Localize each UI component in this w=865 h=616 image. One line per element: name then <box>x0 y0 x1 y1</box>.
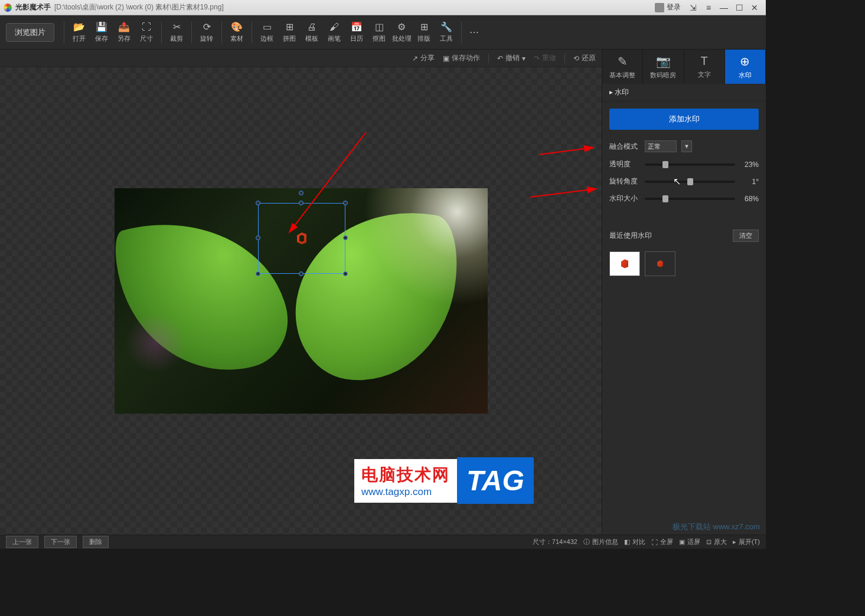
panel-header: 水印 <box>615 88 629 96</box>
darkroom-icon: 📷 <box>656 54 671 68</box>
resize-handle-bl[interactable] <box>256 271 260 276</box>
rotate-handle[interactable] <box>299 191 303 195</box>
fullscreen-button[interactable]: ⛶ 全屏 <box>651 538 673 546</box>
tool-border[interactable]: ▭边框 <box>256 22 278 43</box>
cutout-icon: ◫ <box>374 22 384 32</box>
expand-button[interactable]: ▸ 展开(T) <box>733 538 760 546</box>
blend-mode-dropdown-icon[interactable]: ▼ <box>681 140 692 152</box>
login-button[interactable]: 登录 <box>650 2 686 12</box>
tool-collage[interactable]: ⊞拼图 <box>278 22 301 43</box>
tool-size[interactable]: ⛶尺寸 <box>135 22 158 43</box>
tool-brush[interactable]: 🖌画笔 <box>323 22 345 43</box>
resize-handle-bm[interactable] <box>299 271 303 276</box>
site-watermark-overlay: 电脑技术网 www.tagxp.com TAG <box>354 457 534 504</box>
close-button[interactable]: ✕ <box>747 2 762 14</box>
minimize-button[interactable]: — <box>716 2 732 14</box>
watermark-icon: ⊕ <box>740 54 750 68</box>
dimensions-label: 尺寸：714×432 <box>533 538 577 546</box>
tool-template[interactable]: 🖨模板 <box>301 22 323 43</box>
resize-handle-ml[interactable] <box>256 235 260 240</box>
more-tools-button[interactable]: ⋯ <box>465 27 483 38</box>
tab-watermark[interactable]: ⊕水印 <box>725 50 766 84</box>
tool-rotate[interactable]: ⟳旋转 <box>195 22 218 43</box>
batch-icon: ⚙ <box>396 22 407 32</box>
opacity-label: 透明度 <box>609 159 640 169</box>
template-icon: 🖨 <box>306 22 317 32</box>
tools-icon: 🔧 <box>441 22 452 32</box>
tool-tools[interactable]: 🔧工具 <box>435 22 458 43</box>
tool-open[interactable]: 📂打开 <box>68 22 90 43</box>
avatar-icon <box>655 3 664 12</box>
maximize-button[interactable]: ☐ <box>732 2 747 14</box>
svg-line-2 <box>530 189 596 197</box>
size-slider[interactable] <box>645 198 735 200</box>
tab-text[interactable]: T文字 <box>684 50 725 84</box>
material-icon: 🎨 <box>231 22 242 32</box>
annotation-arrow-2 <box>534 144 599 160</box>
layout-icon: ⊞ <box>419 22 429 32</box>
basic-adjust-icon: ✎ <box>618 54 628 68</box>
recent-watermarks-label: 最近使用水印 <box>609 231 652 241</box>
restore-button[interactable]: ⟲ 还原 <box>573 53 596 63</box>
file-path: [D:\tools\桌面\work (2) \work (0) 素材\图片素材1… <box>54 2 224 12</box>
add-watermark-button[interactable]: 添加水印 <box>609 109 759 130</box>
size-icon: ⛶ <box>141 22 152 32</box>
tool-save[interactable]: 💾保存 <box>90 22 113 43</box>
photo <box>115 188 488 414</box>
recent-watermark-2[interactable] <box>645 251 675 276</box>
tab-darkroom[interactable]: 📷数码暗房 <box>643 50 684 84</box>
tool-save-as[interactable]: 📤另存 <box>113 22 135 43</box>
resize-handle-tr[interactable] <box>343 201 348 205</box>
app-logo-icon <box>4 4 12 12</box>
save-action-button[interactable]: ▣ 保存动作 <box>443 53 480 63</box>
crop-icon: ✂ <box>171 22 182 32</box>
pin-button[interactable]: ⇲ <box>686 2 701 14</box>
tool-layout[interactable]: ⊞排版 <box>413 22 435 43</box>
rotation-value: 1° <box>740 178 759 186</box>
size-value: 68% <box>740 195 759 203</box>
brush-icon: 🖌 <box>329 22 340 32</box>
redo-button[interactable]: ↷ 重做 <box>534 53 556 63</box>
blend-mode-select[interactable]: 正常 <box>645 140 677 152</box>
tool-material[interactable]: 🎨素材 <box>226 22 248 43</box>
resize-handle-br[interactable] <box>343 271 348 276</box>
open-icon: 📂 <box>74 22 84 32</box>
undo-button[interactable]: ↶ 撤销 ▾ <box>497 53 525 63</box>
tool-cutout[interactable]: ◫抠图 <box>368 22 390 43</box>
tool-crop[interactable]: ✂裁剪 <box>165 22 188 43</box>
save-as-icon: 📤 <box>119 22 129 32</box>
xz7-watermark: 极光下载站 www.xz7.com <box>673 522 760 532</box>
resize-handle-tm[interactable] <box>299 201 303 205</box>
collage-icon: ⊞ <box>284 22 295 32</box>
resize-handle-tl[interactable] <box>256 201 260 205</box>
share-button[interactable]: ↗ 分享 <box>412 53 435 63</box>
next-image-button[interactable]: 下一张 <box>44 536 77 548</box>
login-label: 登录 <box>667 2 681 12</box>
rotation-label: 旋转角度 <box>609 176 640 186</box>
app-title: 光影魔术手 <box>15 2 51 12</box>
compare-button[interactable]: ◧ 对比 <box>624 538 645 546</box>
blend-mode-label: 融合模式 <box>609 142 640 152</box>
save-icon: 💾 <box>96 22 107 32</box>
menu-button[interactable]: ≡ <box>701 2 716 14</box>
tab-basic-adjust[interactable]: ✎基本调整 <box>602 50 643 84</box>
border-icon: ▭ <box>262 22 272 32</box>
calendar-icon: 📅 <box>351 22 362 32</box>
rotation-slider[interactable] <box>645 181 735 183</box>
watermark-office-icon <box>295 231 309 245</box>
tool-calendar[interactable]: 📅日历 <box>345 22 368 43</box>
opacity-value: 23% <box>740 160 759 169</box>
delete-image-button[interactable]: 删除 <box>83 536 109 548</box>
svg-line-1 <box>539 148 593 155</box>
tool-batch[interactable]: ⚙批处理 <box>390 22 413 43</box>
opacity-slider[interactable] <box>645 163 735 166</box>
resize-handle-mr[interactable] <box>343 235 348 240</box>
clear-recent-button[interactable]: 清空 <box>733 230 759 242</box>
watermark-selection-box[interactable] <box>258 203 345 274</box>
original-size-button[interactable]: ⊡ 原大 <box>706 538 727 546</box>
browse-images-button[interactable]: 浏览图片 <box>6 23 54 42</box>
prev-image-button[interactable]: 上一张 <box>6 536 38 548</box>
fitscreen-button[interactable]: ▣ 适屏 <box>679 538 700 546</box>
image-info-button[interactable]: ⓘ 图片信息 <box>583 538 618 546</box>
recent-watermark-1[interactable] <box>609 251 640 276</box>
